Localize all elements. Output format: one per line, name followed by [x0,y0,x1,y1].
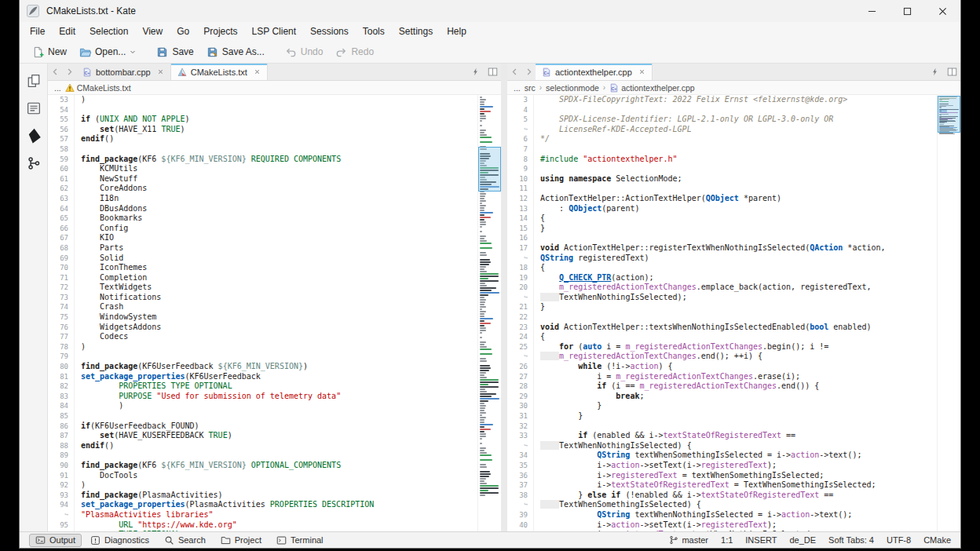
menu-sessions[interactable]: Sessions [303,23,356,40]
code-area[interactable]: 3 SPDX-FileCopyrightText: 2022 Felix Ern… [507,95,937,531]
statusbar-cmake-item[interactable]: CMake [923,535,951,545]
code-line[interactable]: 59find_package(KF6 ${KF6_MIN_VERSION} RE… [48,155,477,165]
code-line[interactable]: 12ActionTextHelper::ActionTextHelper(QOb… [507,194,937,204]
minimap[interactable] [937,95,960,531]
minimap[interactable] [477,95,501,531]
statusbar-master-item[interactable]: master [669,535,708,545]
tab-close-icon[interactable] [638,68,645,75]
code-line[interactable]: 15} [507,224,937,234]
code-line[interactable]: 32 [507,421,937,432]
toolbar-save-as-button[interactable]: Save As... [200,43,271,61]
statusbar-diagnostics-button[interactable]: Diagnostics [84,534,155,547]
code-line[interactable]: 89 [48,451,477,461]
menu-lsp-client[interactable]: LSP Client [245,23,303,40]
breadcrumb-overflow-button[interactable]: ... [54,83,61,93]
quick-open-button[interactable] [466,64,484,80]
code-line[interactable]: ↪ LicenseRef-KDE-Accepted-LGPL [507,125,937,135]
code-line[interactable]: 21} [507,302,937,312]
statusbar-search-button[interactable]: Search [158,534,212,547]
code-line[interactable]: ↪ TextWhenNothingIsSelected) { [507,441,937,451]
code-line[interactable]: 16 [507,233,937,243]
menu-go[interactable]: Go [170,23,196,40]
minimize-button[interactable] [854,0,890,22]
sidebar-outline-button[interactable] [24,98,44,119]
close-button[interactable] [925,0,960,22]
code-line[interactable]: 74 Crash [48,302,477,312]
sidebar-project-button[interactable] [24,126,44,146]
code-line[interactable]: 71 Completion [48,273,477,283]
code-line[interactable]: 54 [48,105,477,115]
code-line[interactable]: 35 i->action->setText(i->registeredText)… [507,461,937,471]
code-line[interactable]: 22 [507,312,937,323]
tab-cmakelists-txt[interactable]: CMakeLists.txt [171,64,268,80]
nav-forward-button[interactable] [521,64,536,80]
code-line[interactable]: 6*/ [507,134,937,144]
code-line[interactable]: 9 [507,164,937,174]
nav-forward-button[interactable] [62,64,76,80]
tab-bottombar-cpp[interactable]: C+bottombar.cpp [76,64,171,80]
menu-view[interactable]: View [135,23,170,40]
code-line[interactable]: 29 break; [507,392,937,402]
code-line[interactable]: 20 m_registeredActionTextChanges.emplace… [507,283,937,293]
code-line[interactable]: 62 CoreAddons [48,184,477,194]
code-line[interactable]: 7 [507,144,937,155]
code-line[interactable]: 31 } [507,411,937,421]
code-line[interactable]: 56 set(HAVE_X11 TRUE) [48,125,477,135]
code-line[interactable]: 10using namespace SelectionMode; [507,174,937,184]
code-line[interactable]: 79 [48,352,477,362]
toolbar-undo-button[interactable]: Undo [279,43,330,61]
statusbar-1-1-item[interactable]: 1:1 [721,535,733,545]
toolbar-redo-button[interactable]: Redo [329,43,380,61]
minimap-viewport[interactable] [478,147,501,192]
breadcrumb-overflow-button[interactable]: ... [514,83,521,93]
tab-close-icon[interactable] [254,68,261,75]
code-line[interactable]: 87 set(HAVE_KUSERFEEDBACK TRUE) [48,431,477,441]
nav-back-button[interactable] [507,64,521,80]
code-line[interactable]: 84 ) [48,401,477,411]
maximize-button[interactable] [890,0,925,22]
statusbar-project-button[interactable]: Project [214,534,268,547]
code-line[interactable]: 4 [507,105,937,115]
code-line[interactable]: 68 Parts [48,243,477,254]
code-line[interactable]: 69 Solid [48,254,477,264]
breadcrumb-item-cmakelists-txt[interactable]: CMakeLists.txt [65,83,131,93]
code-line[interactable]: ↪"PlasmaActivities libraries" [48,510,477,520]
quick-open-button[interactable] [926,64,943,80]
code-line[interactable]: 38 } else if (!enabled && i->textStateOf… [507,491,937,501]
code-line[interactable]: 53) [48,95,477,105]
code-line[interactable]: 65 Bookmarks [48,213,477,224]
code-line[interactable]: 27 i = m_registeredActionTextChanges.era… [507,372,937,382]
code-line[interactable]: 80find_package(KF6UserFeedback ${KF6_MIN… [48,362,477,372]
code-line[interactable]: 86if(KF6UserFeedback_FOUND) [48,421,477,432]
split-divider[interactable] [501,64,507,531]
code-line[interactable]: 78) [48,342,477,352]
code-line[interactable]: ↪ TextWhenSomethingIsSelected) { [507,500,937,510]
menu-tools[interactable]: Tools [356,23,392,40]
code-line[interactable]: 55if (UNIX AND NOT APPLE) [48,115,477,125]
sidebar-documents-button[interactable] [24,71,44,91]
code-line[interactable]: 64 DBusAddons [48,204,477,214]
code-line[interactable]: 36 i->registeredText = textWhenSomething… [507,471,937,481]
code-line[interactable]: 67 KIO [48,233,477,243]
statusbar-de-de-item[interactable]: de_DE [789,535,816,545]
code-line[interactable]: 34 QString textWhenSomethingIsSelected =… [507,451,937,461]
tab-close-icon[interactable] [157,68,164,75]
code-line[interactable]: 63 I18n [48,194,477,204]
code-line[interactable]: 23void ActionTextHelper::textsWhenNothin… [507,323,937,333]
code-line[interactable]: 72 TextWidgets [48,283,477,293]
menu-help[interactable]: Help [440,23,474,40]
toolbar-new-button[interactable]: New [26,43,73,61]
breadcrumb-item-selectionmode[interactable]: selectionmode [546,83,599,93]
code-line[interactable]: 92) [48,480,477,491]
code-area[interactable]: 53)5455if (UNIX AND NOT APPLE)56 set(HAV… [48,95,477,531]
code-line[interactable]: 8#include "actiontexthelper.h" [507,155,937,165]
minimap-viewport[interactable] [938,96,960,133]
code-line[interactable]: 93find_package(PlasmaActivities) [48,491,477,501]
statusbar-utf-8-item[interactable]: UTF-8 [887,535,911,545]
code-line[interactable]: 58 [48,144,477,155]
code-line[interactable]: 11 [507,184,937,194]
code-line[interactable]: 24{ [507,332,937,342]
code-line[interactable]: ↪QString registeredText) [507,254,937,264]
code-line[interactable]: 70 IconThemes [48,263,477,273]
code-line[interactable]: 3 SPDX-FileCopyrightText: 2022 Felix Ern… [507,95,937,105]
